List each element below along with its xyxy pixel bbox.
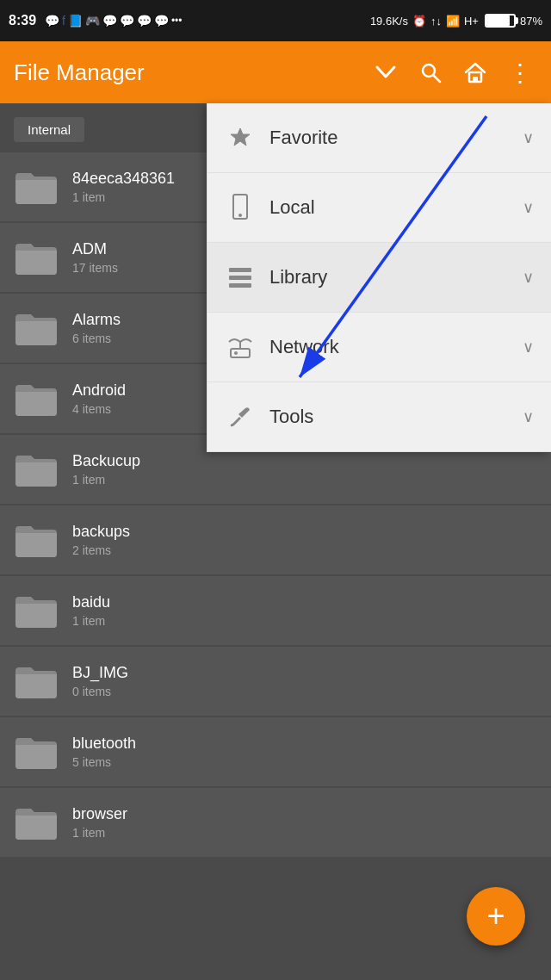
file-name: browser (72, 805, 537, 823)
file-info: baidu 1 item (72, 593, 537, 628)
status-right: 19.6K/s ⏰ ↑↓ 📶 H+ 87% (370, 14, 542, 28)
status-time: 8:39 (9, 13, 36, 28)
svg-marker-4 (231, 128, 250, 146)
dropdown-menu: Favorite ∨ Local ∨ Library ∨ Network ∨ T… (207, 103, 551, 452)
network-type: H+ (464, 15, 479, 28)
file-name: BJ_IMG (72, 664, 537, 682)
favorite-icon (225, 122, 256, 153)
file-meta: 5 items (72, 755, 537, 769)
file-meta: 0 items (72, 685, 537, 698)
home-button[interactable] (458, 55, 492, 90)
menu-label-favorite: Favorite (269, 127, 523, 149)
search-button[interactable] (413, 55, 448, 90)
folder-icon (14, 309, 59, 347)
chevron-network-icon: ∨ (523, 338, 534, 357)
file-name: Backucup (72, 452, 537, 470)
file-info: BJ_IMG 0 items (72, 664, 537, 698)
folder-icon (14, 592, 59, 630)
file-meta: 1 item (72, 473, 537, 487)
bars-icon: 📶 (446, 15, 460, 28)
file-name: baidu (72, 593, 537, 611)
svg-rect-9 (229, 283, 251, 288)
list-item[interactable]: BJ_IMG 0 items (0, 647, 551, 716)
folder-icon (14, 168, 59, 206)
network-icon (225, 332, 256, 363)
chevron-favorite-icon: ∨ (523, 128, 534, 147)
alarm-icon: ⏰ (412, 15, 426, 28)
fab-add-button[interactable]: + (467, 887, 525, 946)
list-item[interactable]: backups 2 items (0, 506, 551, 574)
status-left: 8:39 💬 f 📘 🎮 💬 💬 💬 💬 ••• (9, 13, 183, 28)
file-info: bluetooth 5 items (72, 735, 537, 769)
menu-item-favorite[interactable]: Favorite ∨ (207, 103, 551, 173)
list-item[interactable]: browser 1 item (0, 788, 551, 857)
svg-rect-3 (473, 77, 478, 82)
dropdown-button[interactable] (368, 55, 403, 90)
list-item[interactable]: baidu 1 item (0, 576, 551, 645)
folder-icon (14, 521, 59, 559)
more-options-button[interactable]: ⋮ (503, 55, 537, 90)
battery-percent: 87% (520, 15, 542, 28)
library-icon (225, 262, 256, 293)
tools-icon (225, 401, 256, 432)
file-meta: 2 items (72, 543, 537, 557)
folder-icon (14, 803, 59, 841)
menu-label-network: Network (269, 336, 523, 358)
menu-label-library: Library (269, 266, 523, 288)
battery-indicator (485, 14, 516, 28)
file-name: bluetooth (72, 735, 537, 753)
svg-line-1 (434, 76, 441, 83)
status-bar: 8:39 💬 f 📘 🎮 💬 💬 💬 💬 ••• 19.6K/s ⏰ ↑↓ 📶 … (0, 0, 551, 41)
menu-item-library[interactable]: Library ∨ (207, 243, 551, 313)
chevron-tools-icon: ∨ (523, 407, 534, 426)
folder-icon (14, 380, 59, 418)
list-item[interactable]: bluetooth 5 items (0, 717, 551, 786)
folder-icon (14, 662, 59, 700)
file-info: backups 2 items (72, 523, 537, 557)
chevron-local-icon: ∨ (523, 198, 534, 217)
signal-icon: ↑↓ (430, 15, 442, 28)
menu-label-local: Local (269, 196, 523, 219)
svg-rect-8 (229, 276, 251, 280)
menu-label-tools: Tools (269, 406, 523, 428)
status-icons: 💬 f 📘 🎮 💬 💬 💬 💬 ••• (45, 14, 183, 28)
chevron-library-icon: ∨ (523, 268, 534, 287)
menu-item-tools[interactable]: Tools ∨ (207, 382, 551, 452)
folder-icon (14, 733, 59, 771)
svg-rect-10 (231, 349, 250, 357)
folder-icon (14, 450, 59, 488)
folder-icon (14, 239, 59, 276)
file-info: Backucup 1 item (72, 452, 537, 487)
app-title: File Manager (14, 59, 358, 86)
storage-label[interactable]: Internal (14, 117, 84, 142)
local-icon (225, 192, 256, 223)
file-info: browser 1 item (72, 805, 537, 840)
network-speed: 19.6K/s (370, 15, 408, 28)
file-meta: 1 item (72, 614, 537, 628)
file-name: backups (72, 523, 537, 541)
svg-point-6 (238, 214, 242, 217)
app-header: File Manager ⋮ (0, 41, 551, 103)
menu-item-network[interactable]: Network ∨ (207, 313, 551, 382)
file-meta: 1 item (72, 826, 537, 840)
svg-point-11 (234, 351, 238, 355)
menu-item-local[interactable]: Local ∨ (207, 173, 551, 243)
svg-rect-7 (229, 268, 251, 272)
